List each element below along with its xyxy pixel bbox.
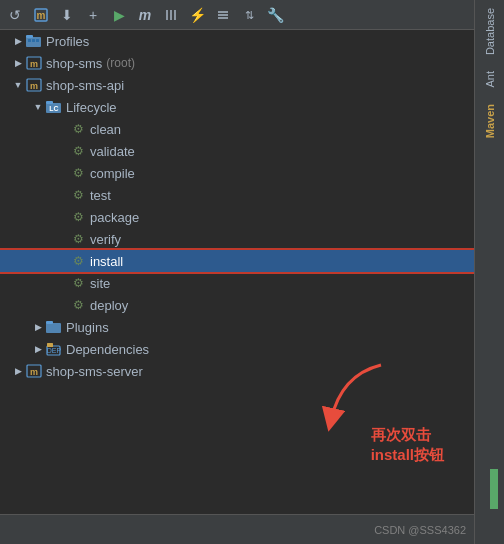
arrow-lifecycle: ▼ — [32, 101, 44, 113]
svg-text:LC: LC — [49, 105, 58, 112]
tree-item-clean[interactable]: ⚙ clean — [0, 118, 474, 140]
csdn-label: CSDN @SSS4362 — [374, 524, 466, 536]
sort-icon[interactable]: ⇅ — [238, 4, 260, 26]
arrow-site — [56, 277, 68, 289]
svg-rect-19 — [46, 101, 53, 104]
verify-gear-icon: ⚙ — [70, 231, 86, 247]
arrow-test — [56, 189, 68, 201]
validate-label: validate — [90, 144, 135, 159]
arrow-shop-sms: ▶ — [12, 57, 24, 69]
lifecycle-label: Lifecycle — [66, 100, 117, 115]
tree-item-shop-sms[interactable]: ▶ m shop-sms (root) — [0, 52, 474, 74]
arrow-verify — [56, 233, 68, 245]
tree-item-profiles[interactable]: ▶ Profiles — [0, 30, 474, 52]
arrow-shop-sms-api: ▼ — [12, 79, 24, 91]
arrow-compile — [56, 167, 68, 179]
arrow-deploy — [56, 299, 68, 311]
svg-text:⇅: ⇅ — [245, 9, 254, 21]
tab-ant[interactable]: Ant — [480, 63, 500, 96]
tree-item-shop-sms-server[interactable]: ▶ m shop-sms-server — [0, 360, 474, 382]
shop-sms-server-icon: m — [26, 363, 42, 379]
scroll-indicator — [490, 429, 498, 509]
wrench-icon[interactable]: 🔧 — [264, 4, 286, 26]
main-container: ↺ m ⬇ + ▶ m ⚡ ⇅ — [0, 0, 504, 544]
download-icon[interactable]: ⬇ — [56, 4, 78, 26]
tree-item-compile[interactable]: ⚙ compile — [0, 162, 474, 184]
shop-sms-icon: m — [26, 55, 42, 71]
deploy-label: deploy — [90, 298, 128, 313]
lifecycle-folder-icon: LC — [46, 99, 62, 115]
run-icon[interactable]: ▶ — [108, 4, 130, 26]
tree-item-deploy[interactable]: ⚙ deploy — [0, 294, 474, 316]
arrow-validate — [56, 145, 68, 157]
tree-item-plugins[interactable]: ▶ Plugins — [0, 316, 474, 338]
tree-item-dependencies[interactable]: ▶ DEP Dependencies — [0, 338, 474, 360]
tree-item-install[interactable]: ⚙ install — [0, 250, 474, 272]
status-bar: CSDN @SSS4362 — [0, 514, 474, 544]
lightning-icon[interactable]: ⚡ — [186, 4, 208, 26]
svg-rect-21 — [46, 323, 61, 333]
tree-item-package[interactable]: ⚙ package — [0, 206, 474, 228]
dependencies-icon: DEP — [46, 341, 62, 357]
compile-label: compile — [90, 166, 135, 181]
clean-gear-icon: ⚙ — [70, 121, 86, 137]
svg-rect-13 — [36, 39, 39, 42]
arrow-plugins: ▶ — [32, 321, 44, 333]
package-gear-icon: ⚙ — [70, 209, 86, 225]
test-label: test — [90, 188, 111, 203]
deploy-gear-icon: ⚙ — [70, 297, 86, 313]
shop-sms-sublabel: (root) — [106, 56, 135, 70]
maven-icon-btn[interactable]: m — [30, 4, 52, 26]
shop-sms-server-label: shop-sms-server — [46, 364, 143, 379]
test-gear-icon: ⚙ — [70, 187, 86, 203]
arrow-clean — [56, 123, 68, 135]
svg-text:m: m — [30, 81, 38, 91]
arrow-package — [56, 211, 68, 223]
svg-rect-10 — [26, 35, 33, 38]
tree-item-lifecycle[interactable]: ▼ LC Lifecycle — [0, 96, 474, 118]
add-icon[interactable]: + — [82, 4, 104, 26]
toolbar: ↺ m ⬇ + ▶ m ⚡ ⇅ — [0, 0, 474, 30]
refresh-icon[interactable]: ↺ — [4, 4, 26, 26]
plugins-label: Plugins — [66, 320, 109, 335]
svg-text:DEP: DEP — [47, 347, 62, 354]
svg-text:m: m — [30, 59, 38, 69]
arrow-install — [56, 255, 68, 267]
verify-label: verify — [90, 232, 121, 247]
tree-item-shop-sms-api[interactable]: ▼ m shop-sms-api — [0, 74, 474, 96]
profiles-folder-icon — [26, 33, 42, 49]
svg-rect-11 — [28, 39, 31, 42]
svg-rect-12 — [32, 39, 35, 42]
profiles-label: Profiles — [46, 34, 89, 49]
svg-text:m: m — [30, 367, 38, 377]
shop-sms-api-label: shop-sms-api — [46, 78, 124, 93]
validate-gear-icon: ⚙ — [70, 143, 86, 159]
settings-icon[interactable] — [212, 4, 234, 26]
parallel-icon[interactable] — [160, 4, 182, 26]
install-gear-icon: ⚙ — [70, 253, 86, 269]
dependencies-label: Dependencies — [66, 342, 149, 357]
clean-label: clean — [90, 122, 121, 137]
svg-rect-22 — [46, 321, 53, 324]
tree-item-validate[interactable]: ⚙ validate — [0, 140, 474, 162]
install-label: install — [90, 254, 123, 269]
tree-item-verify[interactable]: ⚙ verify — [0, 228, 474, 250]
package-label: package — [90, 210, 139, 225]
arrow-profiles: ▶ — [12, 35, 24, 47]
tree-panel[interactable]: ▶ Profiles ▶ m shop — [0, 30, 474, 514]
tree-item-site[interactable]: ⚙ site — [0, 272, 474, 294]
tab-maven[interactable]: Maven — [480, 96, 500, 146]
site-gear-icon: ⚙ — [70, 275, 86, 291]
arrow-shop-sms-server: ▶ — [12, 365, 24, 377]
plugins-folder-icon — [46, 319, 62, 335]
shop-sms-api-icon: m — [26, 77, 42, 93]
site-label: site — [90, 276, 110, 291]
scroll-fill — [490, 469, 498, 509]
svg-text:m: m — [37, 10, 46, 21]
tree-item-test[interactable]: ⚙ test — [0, 184, 474, 206]
compile-gear-icon: ⚙ — [70, 165, 86, 181]
tab-database[interactable]: Database — [480, 0, 500, 63]
shop-sms-label: shop-sms — [46, 56, 102, 71]
m-icon[interactable]: m — [134, 4, 156, 26]
right-tabs-panel: Database Ant Maven — [474, 0, 504, 544]
